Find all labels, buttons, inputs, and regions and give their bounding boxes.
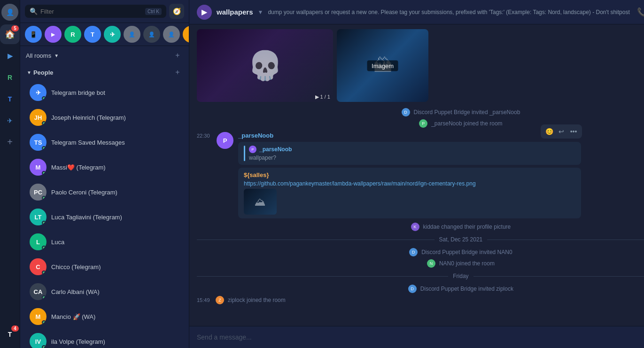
system-text: ziplock joined the room [228, 297, 286, 303]
t-badge: 4 [11, 325, 19, 332]
system-text: Discord Puppet Bridge invited ziplock [420, 286, 513, 292]
avatar-item[interactable]: 👤 [183, 26, 189, 43]
avatar-item[interactable]: 👤 [163, 26, 180, 43]
contact-name: Telegram bridge bot [51, 89, 105, 96]
r-icon: R [8, 74, 12, 81]
explore-button[interactable]: 🧭 [169, 4, 184, 19]
avatar-item[interactable]: ✈ [104, 26, 121, 43]
link-preview[interactable]: https://github.com/pagankeymaster/lambda… [244, 180, 575, 187]
list-item[interactable]: PC Paolo Ceroni (Telegram) [23, 180, 186, 204]
workspace-button-4[interactable]: ✈ [0, 111, 20, 131]
reply-sender: ${salles} [244, 171, 575, 178]
list-item[interactable]: C Chicco (Telegram) [23, 255, 186, 279]
contact-avatar: ✈ [30, 84, 47, 101]
room-description: dump your wallpapers or request a new on… [268, 9, 629, 15]
contact-name: Joseph Heinrich (Telegram) [51, 114, 126, 121]
message-avatar: P [217, 132, 233, 149]
workspace-button-2[interactable]: R [0, 68, 20, 87]
system-text: Discord Puppet Bridge invited _parseNoob [414, 109, 520, 116]
more-options-button[interactable]: ••• [568, 126, 579, 137]
workspace-button-3[interactable]: T [0, 89, 20, 109]
system-avatar: Z [216, 296, 224, 304]
list-item[interactable]: CA Carlo Albani (WA) [23, 279, 186, 304]
contact-name: Paolo Ceroni (Telegram) [51, 189, 117, 196]
list-item[interactable]: M Massi❤️ (Telegram) [23, 155, 186, 179]
avatar-item[interactable]: ▶ [45, 26, 62, 43]
header-actions: 📞 🎥 🔍 🔔 ℹ️ [635, 5, 644, 20]
contact-avatar: IV [30, 333, 47, 348]
contact-avatar: C [30, 258, 47, 275]
list-item[interactable]: JH Joseph Heinrich (Telegram) [23, 105, 186, 130]
people-label: People [33, 69, 54, 76]
message-time: 22:30 [197, 133, 212, 139]
system-avatar: D [408, 285, 417, 293]
avatar-item[interactable]: 👤 [143, 26, 160, 43]
reply-bubble: ${salles} https://github.com/pagankeymas… [238, 168, 581, 218]
system-text: Discord Puppet Bridge invited NAN0 [421, 249, 512, 255]
people-section-toggle[interactable]: ▼ People [27, 69, 54, 76]
room-chevron-icon: ▼ [258, 9, 264, 15]
icon-sidebar: 👤 🏠 5 ▶ R T ✈ + T 4 [0, 0, 20, 348]
home-button[interactable]: 🏠 5 [0, 24, 20, 44]
list-item[interactable]: ✈ Telegram bridge bot [23, 80, 186, 105]
t-icon: T [8, 95, 12, 103]
add-person-button[interactable]: + [173, 68, 182, 77]
list-item[interactable]: TS Telegram Saved Messages [23, 130, 186, 155]
system-message: D Discord Puppet Bridge invited ziplock [189, 283, 644, 294]
quote-text: wallpaper? [249, 155, 575, 161]
contact-name: Mancio 🚀 (WA) [51, 313, 95, 320]
list-item[interactable]: LT Luca Tagliavini (Telegram) [23, 205, 186, 229]
all-rooms-header: All rooms ▼ + [20, 46, 189, 65]
image-blue[interactable]: 🏔 Imagem [337, 29, 428, 102]
react-button[interactable]: 😊 [543, 126, 555, 137]
chat-header: ▶ wallpapers ▼ dump your wallpapers or r… [189, 0, 644, 24]
contact-name: Luca Tagliavini (Telegram) [51, 214, 122, 221]
list-item[interactable]: L Luca [23, 230, 186, 254]
avatar-item[interactable]: 👤 [124, 26, 140, 43]
quote-avatar: P [249, 146, 256, 153]
contact-avatar: TS [30, 134, 47, 151]
workspace-button-1[interactable]: ▶ [0, 46, 20, 66]
home-badge: 5 [11, 25, 19, 31]
system-avatar: D [409, 248, 418, 256]
date-divider: Friday [189, 269, 644, 283]
compass-icon: 🧭 [173, 8, 181, 15]
contact-name: ila Volpe (Telegram) [51, 338, 105, 345]
system-avatar: K [411, 223, 419, 231]
add-workspace-button[interactable]: + [2, 134, 17, 149]
system-message: N NAN0 joined the room [189, 258, 644, 269]
system-avatar: D [402, 108, 410, 116]
chat-body: 💀 ▶ 1 / 1 🏔 Imagem D Discord Puppet Brid… [189, 24, 644, 326]
workspace-t-button[interactable]: T 4 [0, 325, 20, 344]
system-message: D Discord Puppet Bridge invited _parseNo… [189, 107, 644, 118]
message-time: 15:49 [197, 297, 212, 303]
contact-avatar: LT [30, 209, 47, 225]
user-avatar[interactable]: 👤 [1, 4, 18, 21]
avatar-item[interactable]: T [84, 26, 101, 43]
chevron-down-icon: ▼ [27, 70, 31, 75]
add-room-button[interactable]: + [172, 50, 183, 61]
telegram-icon: ✈ [7, 117, 13, 124]
all-rooms-button[interactable]: All rooms ▼ [26, 52, 59, 59]
date-label: Sat, Dec 25 2021 [439, 236, 483, 243]
reply-button[interactable]: ↩ [556, 126, 567, 137]
system-avatar: P [419, 119, 427, 128]
image-counter: ▶ 1 / 1 [315, 94, 330, 100]
filter-input[interactable] [40, 8, 142, 15]
contact-name: Carlo Albani (WA) [51, 288, 100, 295]
room-logo: ▶ [197, 5, 212, 20]
avatar-row: 📱 ▶ R T ✈ 👤 👤 👤 👤 [20, 23, 189, 46]
list-item[interactable]: M Mancio 🚀 (WA) [23, 304, 186, 329]
contact-avatar: PC [30, 184, 47, 201]
avatar-item[interactable]: R [64, 26, 81, 43]
system-message: D Discord Puppet Bridge invited NAN0 [189, 247, 644, 258]
list-item[interactable]: IV ila Volpe (Telegram) [23, 329, 186, 348]
avatar-item[interactable]: 📱 [25, 26, 42, 43]
quote-sender: _parseNoob [259, 146, 292, 153]
contact-avatar: JH [30, 109, 47, 126]
image-skull[interactable]: 💀 ▶ 1 / 1 [197, 29, 333, 102]
phone-button[interactable]: 📞 [635, 5, 644, 20]
date-label: Friday [453, 273, 468, 279]
message-input[interactable] [197, 333, 644, 341]
message-sender: _parseNoob [238, 132, 581, 139]
